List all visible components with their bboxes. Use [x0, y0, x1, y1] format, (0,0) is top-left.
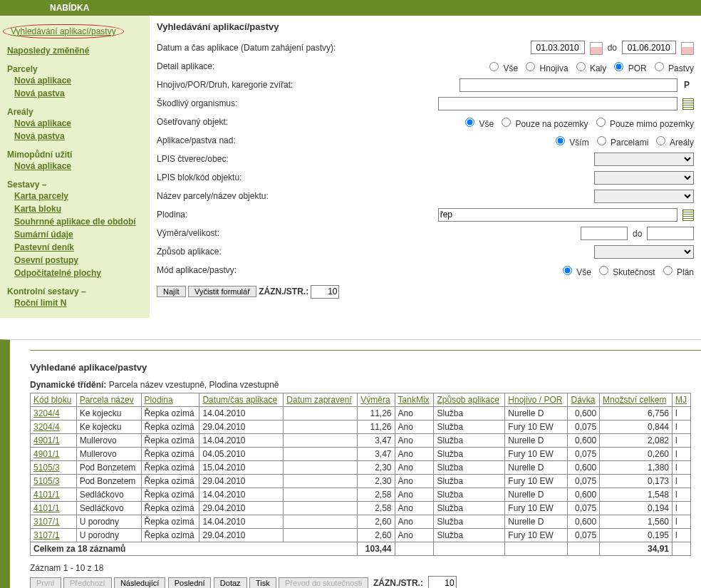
radio-mod[interactable]: Vše — [559, 267, 591, 277]
sidebar-parcely-new-past[interactable]: Nová pastva — [14, 88, 65, 98]
block-link[interactable]: 3204/4 — [33, 422, 60, 432]
col-header[interactable]: Plodina — [141, 393, 199, 407]
cell — [284, 407, 358, 421]
block-link[interactable]: 3107/1 — [33, 530, 60, 540]
col-header[interactable]: Datum zapravení — [284, 393, 358, 407]
cell: 29.04.2010 — [199, 502, 284, 515]
first-button[interactable]: První — [30, 577, 61, 589]
block-link[interactable]: 5105/3 — [33, 463, 60, 473]
sidebar-sestavy-item[interactable]: Souhrnné aplikace dle období — [14, 217, 136, 227]
sidebar-arealy-new-app[interactable]: Nová aplikace — [14, 118, 71, 128]
cell: Služba — [434, 448, 505, 461]
sidebar-arealy-head: Areály — [7, 100, 142, 117]
label-detail: Detail aplikace: — [157, 61, 385, 71]
cell: Řepka ozimá — [141, 448, 199, 461]
vymera-from-input[interactable] — [581, 227, 628, 240]
cell: Ano — [395, 529, 434, 542]
col-header[interactable]: Množství celkem — [600, 393, 673, 407]
col-header[interactable]: Výměra — [358, 393, 395, 407]
block-link[interactable]: 4101/1 — [33, 503, 60, 513]
radio-detail[interactable]: POR — [611, 63, 646, 73]
mod-radios: Vše Skutečnost Plán — [385, 264, 694, 277]
convert-button[interactable]: Převod do skutečnosti — [279, 577, 368, 589]
lpis-ct-select[interactable] — [594, 153, 694, 166]
list-icon[interactable] — [682, 210, 694, 221]
plodina-input[interactable] — [438, 208, 677, 222]
zpusob-select[interactable] — [594, 245, 694, 259]
cell: Služba — [434, 475, 505, 488]
block-link[interactable]: 4101/1 — [33, 490, 60, 500]
sidebar-sestavy-item[interactable]: Osevní postupy — [14, 255, 78, 265]
radio-detail[interactable]: Pastvy — [651, 63, 694, 73]
sidebar-sestavy-item[interactable]: Sumární údaje — [14, 229, 73, 239]
find-button[interactable]: Najít — [157, 286, 186, 297]
hnoj-input[interactable] — [459, 78, 677, 92]
cell: Služba — [434, 434, 505, 448]
cell: 14.04.2010 — [199, 515, 284, 529]
cell: Nurelle D — [505, 461, 568, 475]
records-input[interactable] — [311, 285, 339, 299]
date-from-input[interactable] — [531, 41, 585, 54]
clear-button[interactable]: Vyčistit formulář — [188, 286, 256, 297]
totals-label: Celkem za 18 záznamů — [31, 542, 358, 556]
radio-mod[interactable]: Skutečnost — [596, 267, 655, 277]
sidebar-recent[interactable]: Naposledy změněné — [7, 46, 89, 56]
col-header[interactable]: Datum/čas aplikace — [199, 393, 284, 407]
block-link[interactable]: 5105/3 — [33, 476, 60, 486]
radio-nad[interactable]: Areály — [653, 138, 694, 148]
lpis-bl-select[interactable] — [594, 171, 694, 185]
vymera-to-input[interactable] — [647, 227, 694, 240]
table-row: 4901/1MullerovoŘepka ozimá04.05.20103,47… — [31, 448, 691, 461]
cell: Řepka ozimá — [141, 421, 199, 434]
block-link[interactable]: 3107/1 — [33, 517, 60, 527]
cell: Ano — [395, 461, 434, 475]
pager-records-input[interactable] — [428, 576, 457, 588]
sidebar-kontrol-item[interactable]: Roční limit N — [14, 298, 66, 308]
calendar-icon[interactable] — [681, 42, 694, 55]
radio-detail[interactable]: Vše — [486, 63, 518, 73]
query-button[interactable]: Dotaz — [214, 577, 247, 589]
cell: l — [673, 515, 691, 529]
cell: Nurelle D — [505, 434, 568, 448]
sidebar-mimo-new-app[interactable]: Nová aplikace — [14, 161, 71, 171]
nazev-select[interactable] — [594, 190, 694, 203]
radio-detail[interactable]: Kaly — [573, 63, 607, 73]
sidebar-sestavy-item[interactable]: Karta parcely — [14, 191, 68, 201]
next-button[interactable]: Následující — [114, 577, 165, 589]
skod-input[interactable] — [438, 97, 677, 110]
calendar-icon[interactable] — [590, 42, 603, 55]
cell — [284, 515, 358, 529]
col-header[interactable]: Způsob aplikace — [434, 393, 505, 407]
block-link[interactable]: 4901/1 — [33, 449, 60, 459]
sidebar-parcely-new-app[interactable]: Nová aplikace — [14, 76, 71, 86]
block-link[interactable]: 4901/1 — [33, 435, 60, 445]
prev-button[interactable]: Předchozí — [63, 577, 112, 589]
last-button[interactable]: Poslední — [168, 577, 212, 589]
list-icon[interactable] — [682, 98, 694, 110]
sidebar-top-link[interactable]: Vyhledávání aplikací/pastvy — [3, 24, 124, 38]
radio-nad[interactable]: Parcelami — [593, 138, 649, 148]
col-header[interactable]: MJ — [673, 393, 691, 407]
cell: l — [673, 475, 691, 488]
col-header[interactable]: Parcela název — [76, 393, 141, 407]
col-header[interactable]: Dávka — [568, 393, 600, 407]
radio-nad[interactable]: Vším — [552, 138, 589, 148]
date-to-input[interactable] — [622, 41, 676, 54]
print-button[interactable]: Tisk — [249, 577, 276, 589]
radio-detail[interactable]: Hnojiva — [522, 63, 568, 73]
block-link[interactable]: 3204/4 — [33, 408, 60, 418]
sidebar-arealy-new-past[interactable]: Nová pastva — [14, 131, 65, 141]
radio-oset[interactable]: Pouze na pozemky — [498, 119, 588, 129]
cell: Služba — [434, 461, 505, 475]
radio-oset[interactable]: Pouze mimo pozemky — [593, 119, 694, 129]
results-panel: Vyhledané aplikace/pastvy Dynamické tříd… — [0, 339, 701, 588]
sidebar-sestavy-item[interactable]: Karta bloku — [14, 204, 61, 214]
sidebar-sestavy-item[interactable]: Pastevní deník — [14, 242, 74, 252]
menu-bar: NABÍDKA — [0, 0, 701, 16]
radio-oset[interactable]: Vše — [462, 119, 494, 129]
radio-mod[interactable]: Plán — [660, 267, 694, 277]
col-header[interactable]: TankMix — [395, 393, 434, 407]
col-header[interactable]: Hnojivo / POR — [505, 393, 568, 407]
sidebar-sestavy-item[interactable]: Odpočitatelné plochy — [14, 268, 101, 278]
col-header[interactable]: Kód bloku — [31, 393, 77, 407]
